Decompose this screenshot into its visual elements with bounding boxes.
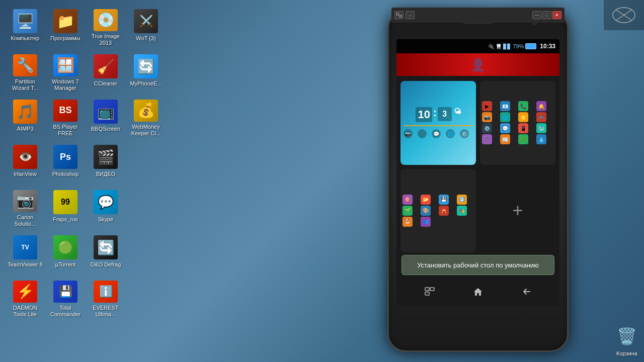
desktop-icon-skype[interactable]: 💬 Skype: [86, 186, 126, 231]
app-icon-14[interactable]: 📰: [500, 134, 510, 144]
desktop-icon-bsplayer[interactable]: BS BS.Player FREE: [45, 96, 86, 141]
video-label: ВИДЕО: [96, 171, 116, 177]
bbqscreen-icon: 📺: [94, 100, 118, 124]
home-cell-add[interactable]: +: [480, 169, 555, 253]
battery-percent: 79%: [513, 43, 524, 49]
desktop-icon-bbqscreen[interactable]: 📺 BBQScreen: [86, 96, 126, 141]
home-screen-area: 10 : 3 🌤 📷 🎵: [400, 81, 555, 252]
trueimage-label: True Image 2013: [88, 33, 124, 46]
computer-icon: 🖥️: [13, 9, 37, 33]
desktop-icon-wot[interactable]: ⚔️ WoT (3): [126, 5, 166, 50]
app-icon-7[interactable]: ⭐: [518, 112, 528, 122]
app-icon-4[interactable]: 🔔: [536, 101, 546, 111]
irfan-label: IrfanView: [14, 171, 37, 177]
window-minimize-button[interactable]: —: [532, 11, 541, 19]
app-icon-9[interactable]: ⚙️: [482, 123, 492, 133]
daemon-label: DAEMON Tools Lite: [7, 305, 43, 318]
app-icon-15[interactable]: 🌿: [518, 134, 528, 144]
app2-icon-9[interactable]: 🐕: [403, 217, 413, 227]
dock-icon-5[interactable]: ⚙️: [460, 129, 469, 138]
bsplayer-icon: BS: [53, 100, 77, 122]
ccleaner-label: CCleaner: [94, 80, 117, 87]
app-grid-1: ▶ 📧 📞 🔔 📷 🌐 ⭐ 🎮 ⚙️ 💬: [482, 101, 553, 144]
fraps-icon: 99: [53, 190, 77, 214]
myphone-label: MyPhoneE...: [130, 80, 162, 87]
desktop-icon-aimp[interactable]: 🎵 AIMP3: [5, 96, 45, 141]
window-arrow-btn[interactable]: →: [406, 11, 415, 19]
desktop-icon-win7manager[interactable]: 🪟 Windows 7 Manager: [45, 50, 86, 96]
phone-screen-wrapper: 🔌 🦷 ▊▊ 79% 10:33 👤: [396, 39, 559, 305]
desktop-icon-partition[interactable]: 🔧 Partition Wizard T...: [5, 50, 45, 96]
app-icon-11[interactable]: 📱: [518, 123, 528, 133]
desktop-icon-webmoney[interactable]: 💰 WebMoney Keeper Cl...: [126, 96, 166, 141]
logo-area: [604, 0, 644, 30]
nav-back-button[interactable]: [516, 282, 536, 302]
app-icon-5[interactable]: 📷: [482, 112, 492, 122]
desktop-icon-everest[interactable]: ℹ️ EVEREST Ultima...: [86, 277, 126, 322]
app2-icon-6[interactable]: 🎨: [421, 206, 431, 216]
app2-icon-7[interactable]: 🎪: [439, 206, 449, 216]
win7-icon: 🪟: [53, 54, 77, 76]
webmoney-icon: 💰: [134, 100, 158, 122]
desktop-icon-programs[interactable]: 📁 Программы: [45, 5, 86, 50]
desktop: 🖥️ Компьютер 📁 Программы 💿 True Image 20…: [0, 0, 644, 362]
bbqscreen-label: BBQScreen: [91, 126, 120, 132]
desktop-icon-oo[interactable]: 🔄 O&O Defrag: [86, 231, 126, 277]
app2-icon-1[interactable]: 🎯: [403, 195, 413, 205]
app-icon-yt[interactable]: ▶: [482, 101, 492, 111]
window-icon-btn[interactable]: [394, 11, 404, 19]
desktop-icon-ccleaner[interactable]: 🧹 CCleaner: [86, 50, 126, 96]
utorrent-label: µTorrent: [55, 261, 76, 268]
app2-icon-5[interactable]: 🌱: [403, 206, 413, 216]
app-icon-2[interactable]: 📧: [500, 101, 510, 111]
app-icon-10[interactable]: 💬: [500, 123, 510, 133]
recycle-bin[interactable]: 🗑️ Корзина: [615, 324, 639, 357]
volume-button[interactable]: [387, 72, 389, 97]
home-cell-apps1[interactable]: ▶ 📧 📞 🔔 📷 🌐 ⭐ 🎮 ⚙️ 💬: [480, 81, 555, 165]
desktop-icon-teamviewer[interactable]: TV TeamViewer 8: [5, 231, 45, 277]
notif-icon: 👤: [470, 58, 486, 72]
dock-icon-1[interactable]: 📷: [404, 129, 413, 138]
desktop-icon-irfanview[interactable]: 👁️ IrfanView: [5, 141, 45, 186]
desktop-icon-utorrent[interactable]: 🟢 µTorrent: [45, 231, 86, 277]
oo-label: O&O Defrag: [91, 261, 121, 268]
desktop-icon-video[interactable]: 🎬 ВИДЕО: [86, 141, 126, 186]
desktop-icon-daemon[interactable]: ⚡ DAEMON Tools Lite: [5, 277, 45, 322]
programs-label: Программы: [50, 35, 80, 42]
dock-icon-2[interactable]: 🎵: [418, 129, 427, 138]
app2-icon-4[interactable]: ⬇️: [457, 195, 467, 205]
home-cell-clock[interactable]: 10 : 3 🌤 📷 🎵: [400, 81, 476, 165]
app-icon-3[interactable]: 📞: [518, 101, 528, 111]
app-icon-6[interactable]: 🌐: [500, 112, 510, 122]
skype-label: Skype: [98, 216, 114, 223]
desktop-icon-fraps[interactable]: 99 Fraps_rus: [45, 186, 86, 231]
app-icon-12[interactable]: 🗺️: [536, 123, 546, 133]
desktop-icon-trueimage[interactable]: 💿 True Image 2013: [86, 5, 126, 50]
nav-recents-button[interactable]: [420, 282, 440, 302]
desktop-icon-photoshop[interactable]: Ps Photoshop: [45, 141, 86, 186]
desktop-icon-canon[interactable]: 📷 Canon Solutio...: [5, 186, 45, 231]
app2-icon-10[interactable]: 👥: [421, 217, 431, 227]
dock-icon-4[interactable]: 🌐: [446, 129, 455, 138]
desktop-icon-computer[interactable]: 🖥️ Компьютер: [5, 5, 45, 50]
app2-icon-2[interactable]: 📂: [421, 195, 431, 205]
app2-icon-3[interactable]: 💾: [439, 195, 449, 205]
app2-icon-8[interactable]: 🎭: [457, 206, 467, 216]
desktop-icon-totalcmd[interactable]: 💾 Total Commander: [45, 277, 86, 322]
app-icon-13[interactable]: 🎵: [482, 134, 492, 144]
dock-icon-3[interactable]: 💬: [432, 129, 441, 138]
usb-icon: 🔌: [488, 44, 494, 49]
home-cell-apps2[interactable]: 🎯 📂 💾 ⬇️ 🌱 🎨 🎪 🎭 🐕 👥: [400, 169, 476, 253]
window-close-button[interactable]: ✕: [552, 11, 561, 19]
window-maximize-button[interactable]: □: [542, 11, 551, 19]
trueimage-icon: 💿: [94, 9, 118, 31]
canon-label: Canon Solutio...: [7, 214, 43, 227]
svg-rect-5: [425, 288, 429, 291]
app-icon-8[interactable]: 🎮: [536, 112, 546, 122]
desktop-icon-myphone[interactable]: 🔄 MyPhoneE...: [126, 50, 166, 96]
nav-home-button[interactable]: [468, 282, 488, 302]
app-icon-16[interactable]: 💧: [536, 134, 546, 144]
set-default-button[interactable]: Установить рабочий стол по умолчанию: [401, 255, 554, 275]
daemon-icon: ⚡: [13, 281, 37, 303]
recycle-bin-icon: 🗑️: [615, 324, 639, 348]
